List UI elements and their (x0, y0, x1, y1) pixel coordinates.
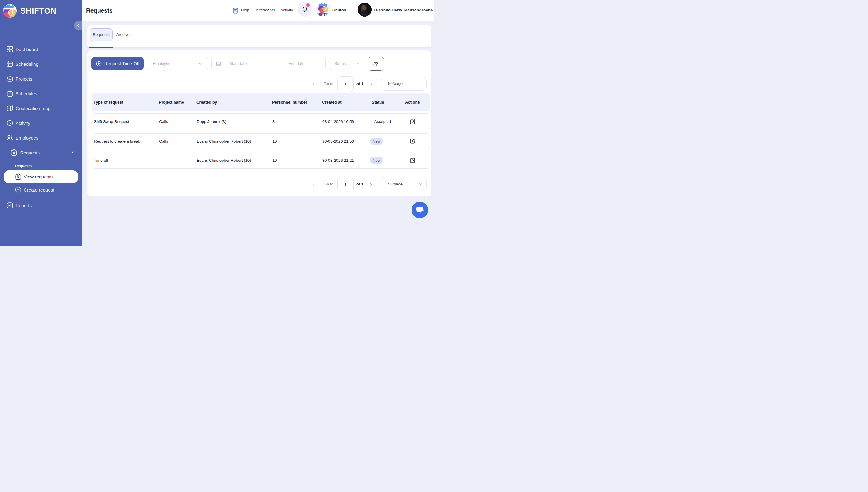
svg-text:SHIFTON: SHIFTON (316, 12, 330, 17)
